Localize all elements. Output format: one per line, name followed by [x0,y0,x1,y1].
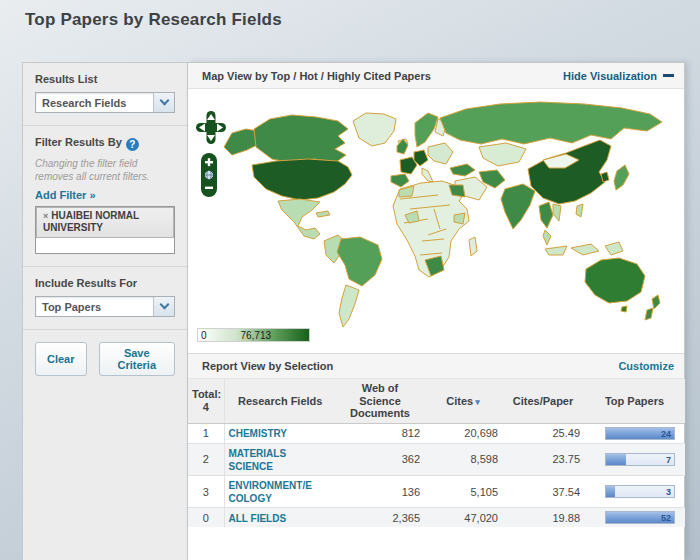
col-cites-sort[interactable]: Cites▾ [424,379,502,423]
cites-cell: 5,105 [424,476,502,508]
sort-arrow-icon: ▾ [475,397,480,407]
include-results-value: Top Papers [36,301,153,313]
field-cell: CHEMISTRY [224,423,336,443]
docs-cell: 362 [336,443,424,475]
field-link[interactable]: CHEMISTRY [229,428,288,439]
cites-cell: 47,020 [424,508,502,528]
report-table: Total:4 Research Fields Web of Science D… [188,379,685,527]
remove-filter-icon[interactable]: × [43,211,48,221]
col-research-fields: Research Fields [224,379,336,423]
table-header-row: Total:4 Research Fields Web of Science D… [188,379,685,423]
top-papers-cell: 52 [584,508,685,528]
field-link[interactable]: MATERIALS SCIENCE [229,448,287,472]
bar-value: 24 [661,428,671,441]
col-top-papers: Top Papers [584,379,685,423]
world-map-area: 0 76,713 [188,89,684,353]
clear-button[interactable]: Clear [35,342,87,376]
top-papers-cell: 24 [584,423,685,443]
docs-cell: 136 [336,476,424,508]
field-link[interactable]: ALL FIELDS [229,513,287,524]
zoom-control[interactable] [201,153,217,197]
docs-cell: 2,365 [336,508,424,528]
top-papers-bar[interactable]: 52 [605,511,675,524]
top-papers-bar[interactable]: 24 [605,427,675,440]
cites-cell: 20,698 [424,423,502,443]
top-papers-bar[interactable]: 3 [605,485,675,498]
cpp-cell: 23.75 [502,443,584,475]
map-view-header: Map View by Top / Hot / Highly Cited Pap… [188,63,684,89]
save-criteria-button[interactable]: Save Criteria [99,342,175,376]
field-cell: ALL FIELDS [224,508,336,528]
report-view-title: Report View by Selection [202,360,618,372]
cpp-cell: 25.49 [502,423,584,443]
filter-by-section: Filter Results By? Changing the filter f… [23,126,187,267]
filter-list-box[interactable]: ×HUAIBEI NORMAL UNIVERSITY [35,206,175,254]
filter-item-huaibei[interactable]: ×HUAIBEI NORMAL UNIVERSITY [36,207,174,238]
pan-control[interactable] [196,111,226,145]
map-controls [196,111,226,199]
table-row: 2 MATERIALS SCIENCE 362 8,598 23.75 7 [188,443,685,475]
map-view-title: Map View by Top / Hot / Highly Cited Pap… [202,70,563,82]
field-cell: MATERIALS SCIENCE [224,443,336,475]
chevron-down-icon [159,300,169,310]
hide-visualization-link[interactable]: Hide Visualization [563,70,674,82]
filter-item-label: HUAIBEI NORMAL UNIVERSITY [43,210,139,233]
col-wos-documents: Web of Science Documents [336,379,424,423]
results-list-label: Results List [35,73,175,85]
filters-sidebar: Results List Research Fields Filter Resu… [22,62,188,560]
cpp-cell: 19.88 [502,508,584,528]
rank-cell: 1 [188,423,224,443]
field-link[interactable]: ENVIRONMENT/E COLOGY [229,480,312,504]
zoom-out-icon [205,187,213,189]
include-results-label: Include Results For [35,277,175,289]
sidebar-buttons: Clear Save Criteria [23,330,187,388]
add-filter-link[interactable]: Add Filter » [35,189,96,201]
dropdown-button[interactable] [153,93,174,112]
cpp-cell: 37.54 [502,476,584,508]
results-list-value: Research Fields [36,97,153,109]
top-papers-bar[interactable]: 7 [605,453,675,466]
cites-cell: 8,598 [424,443,502,475]
rank-cell: 2 [188,443,224,475]
include-results-section: Include Results For Top Papers [23,267,187,330]
help-icon[interactable]: ? [126,138,139,151]
field-cell: ENVIRONMENT/E COLOGY [224,476,336,508]
table-row: 3 ENVIRONMENT/E COLOGY 136 5,105 37.54 3 [188,476,685,508]
filter-note: Changing the filter field removes all cu… [35,158,175,183]
top-papers-cell: 7 [584,443,685,475]
map-legend: 0 76,713 [197,328,310,342]
report-view-header: Report View by Selection Customize [188,353,684,379]
total-header: Total:4 [188,379,224,423]
bar-value: 7 [666,454,671,467]
include-results-select[interactable]: Top Papers [35,296,175,317]
main-panel: Map View by Top / Hot / Highly Cited Pap… [188,62,685,560]
chevron-down-icon [159,96,169,106]
collapse-icon[interactable] [663,74,674,77]
col-cites-per-paper: Cites/Paper [502,379,584,423]
dropdown-button[interactable] [153,297,174,316]
table-row: 0 ALL FIELDS 2,365 47,020 19.88 52 [188,508,685,528]
page-title: Top Papers by Research Fields [25,10,282,30]
docs-cell: 812 [336,423,424,443]
legend-max-label: 76,713 [240,330,271,341]
table-row: 1 CHEMISTRY 812 20,698 25.49 24 [188,423,685,443]
bar-value: 3 [666,486,671,499]
rank-cell: 0 [188,508,224,528]
results-list-select[interactable]: Research Fields [35,92,175,113]
top-papers-cell: 3 [584,476,685,508]
world-map[interactable] [188,89,684,353]
rank-cell: 3 [188,476,224,508]
bar-value: 52 [661,512,671,525]
legend-min-label: 0 [201,330,207,341]
filter-by-label: Filter Results By [35,136,122,148]
customize-link[interactable]: Customize [618,360,674,372]
results-list-section: Results List Research Fields [23,63,187,126]
